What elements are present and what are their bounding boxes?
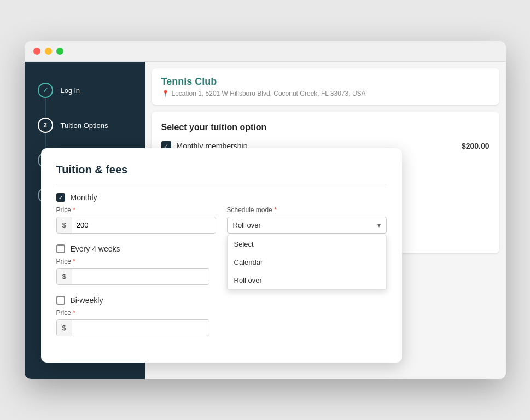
step-circle-2: 2 bbox=[38, 118, 53, 133]
schedule-dropdown-wrapper: Roll over ▾ Select Calendar Roll over bbox=[227, 217, 387, 234]
schedule-option-calendar[interactable]: Calendar bbox=[228, 253, 386, 271]
schedule-select-button[interactable]: Roll over ▾ bbox=[227, 217, 387, 234]
monthly-dollar-sign: $ bbox=[57, 217, 72, 233]
maximize-button[interactable] bbox=[56, 48, 63, 55]
venue-address: 📍 Location 1, 5201 W Hillsboro Blvd, Coc… bbox=[161, 90, 490, 97]
monthly-price-label: Price * bbox=[56, 206, 216, 214]
sidebar-step-login[interactable]: ✓ Log in bbox=[25, 73, 145, 108]
sidebar-step-tuition[interactable]: 2 Tuition Options bbox=[25, 108, 145, 143]
titlebar bbox=[25, 41, 506, 62]
every4weeks-checkbox[interactable] bbox=[56, 244, 65, 253]
monthly-option: Monthly Price * $ Schedule mode bbox=[56, 193, 387, 234]
monthly-checkbox-row: Monthly bbox=[56, 193, 387, 202]
monthly-price-input-wrapper: $ bbox=[56, 217, 216, 234]
monthly-price-field: Price * $ bbox=[56, 206, 216, 234]
schedule-option-select[interactable]: Select bbox=[228, 235, 386, 253]
schedule-mode-label: Schedule mode * bbox=[227, 206, 387, 214]
every4weeks-dollar-sign: $ bbox=[57, 269, 72, 284]
biweekly-checkbox-row: Bi-weekly bbox=[56, 296, 387, 305]
schedule-dropdown-options: Select Calendar Roll over bbox=[227, 235, 387, 290]
biweekly-option: Bi-weekly Price * $ bbox=[56, 296, 387, 336]
location-icon: 📍 bbox=[161, 90, 170, 97]
step-label-2: Tuition Options bbox=[61, 121, 108, 130]
biweekly-price-label: Price * bbox=[56, 309, 209, 317]
biweekly-price-field: Price * $ bbox=[56, 309, 209, 336]
biweekly-checkbox[interactable] bbox=[56, 296, 65, 305]
monthly-price-input[interactable] bbox=[72, 217, 216, 233]
chevron-down-icon: ▾ bbox=[377, 221, 381, 229]
tuition-section-title: Select your tuition option bbox=[161, 122, 490, 132]
every4weeks-price-input-wrapper: $ bbox=[56, 268, 209, 285]
biweekly-dollar-sign: $ bbox=[57, 320, 72, 336]
minimize-button[interactable] bbox=[45, 48, 52, 55]
every4weeks-price-input[interactable] bbox=[72, 269, 209, 284]
every4weeks-price-label: Price * bbox=[56, 258, 209, 265]
panel-title: Tuition & fees bbox=[56, 164, 387, 184]
monthly-option-label: Monthly bbox=[71, 193, 97, 202]
step-num-2: 2 bbox=[43, 121, 47, 129]
every4weeks-price-field: Price * $ bbox=[56, 258, 209, 285]
monthly-checkbox[interactable] bbox=[56, 193, 65, 202]
step-connector-1 bbox=[45, 98, 46, 118]
every4weeks-option-label: Every 4 weeks bbox=[71, 244, 120, 253]
venue-card: Tennis Club 📍 Location 1, 5201 W Hillsbo… bbox=[152, 68, 499, 105]
biweekly-price-input-wrapper: $ bbox=[56, 319, 209, 336]
membership-price: $200.00 bbox=[462, 142, 490, 150]
step-circle-1: ✓ bbox=[38, 83, 53, 98]
overlay-panel: Tuition & fees Monthly Price * $ bbox=[41, 148, 402, 363]
schedule-selected-value: Roll over bbox=[233, 221, 261, 229]
schedule-option-rollover[interactable]: Roll over bbox=[228, 271, 386, 289]
step-label-1: Log in bbox=[61, 86, 80, 95]
venue-address-text: Location 1, 5201 W Hillsboro Blvd, Cocon… bbox=[172, 90, 366, 97]
mac-window: ✓ Log in 2 Tuition Options 3 Registratio… bbox=[25, 41, 506, 379]
venue-name: Tennis Club bbox=[161, 76, 490, 88]
step-check-1: ✓ bbox=[43, 86, 48, 94]
close-button[interactable] bbox=[33, 48, 40, 55]
monthly-fields: Price * $ Schedule mode * Ro bbox=[56, 206, 387, 234]
schedule-mode-field: Schedule mode * Roll over ▾ Select Calen… bbox=[227, 206, 387, 234]
biweekly-price-input[interactable] bbox=[72, 320, 209, 336]
biweekly-option-label: Bi-weekly bbox=[71, 296, 103, 305]
